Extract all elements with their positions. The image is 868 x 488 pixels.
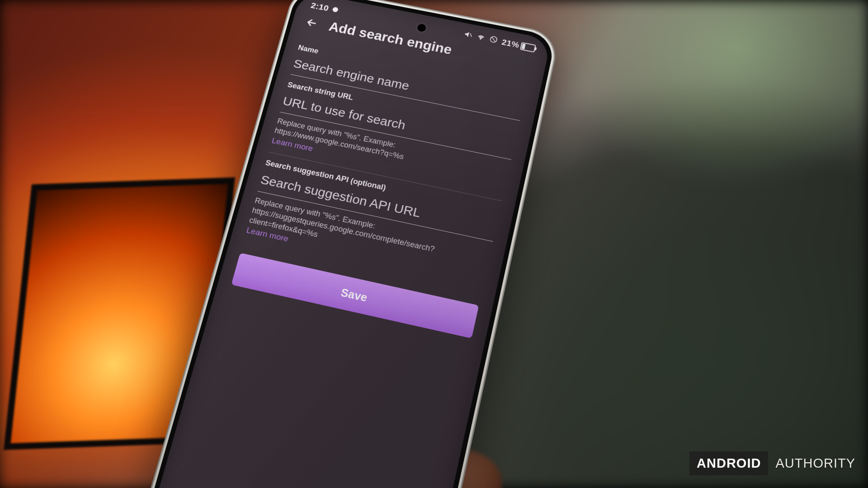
battery-icon xyxy=(520,42,536,52)
battery-percent-text: 21% xyxy=(501,38,520,50)
svg-line-2 xyxy=(491,37,496,42)
save-button-label: Save xyxy=(340,286,369,304)
watermark-strong: ANDROID xyxy=(689,451,768,475)
watermark: ANDROID AUTHORITY xyxy=(689,451,855,475)
arrow-left-icon xyxy=(304,16,319,29)
status-dot-icon xyxy=(332,7,339,13)
wifi-icon xyxy=(476,33,486,43)
watermark-light: AUTHORITY xyxy=(768,451,855,475)
no-data-icon xyxy=(488,35,499,46)
mute-icon xyxy=(463,30,474,41)
status-time: 2:10 xyxy=(310,0,330,13)
back-button[interactable] xyxy=(301,13,323,32)
add-search-engine-form: Name Search string URL Replace query wit… xyxy=(218,34,542,342)
svg-line-0 xyxy=(470,33,472,37)
